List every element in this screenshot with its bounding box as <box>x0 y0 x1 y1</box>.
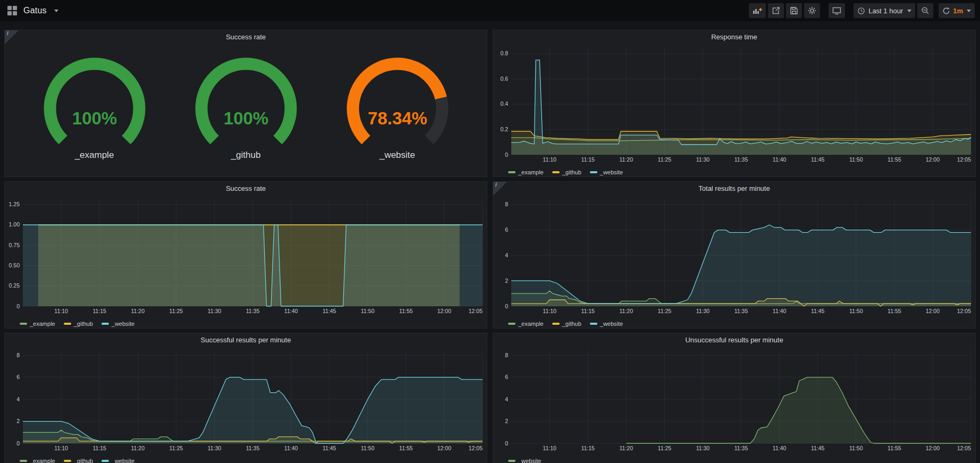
gauge-value: 100% <box>72 108 116 128</box>
gauge-arc: 100% <box>182 57 310 148</box>
share-button[interactable] <box>768 3 784 18</box>
x-axis-tick: 11:20 <box>620 445 633 451</box>
x-axis-tick: 12:00 <box>926 445 940 451</box>
panel-title[interactable]: Unsuccessful results per minute <box>493 333 975 347</box>
gauge-arc: 78.34% <box>334 57 461 148</box>
time-range-picker[interactable]: Last 1 hour <box>854 3 915 18</box>
legend-item-_github[interactable]: _github <box>552 169 581 175</box>
panel-response-time: Response time 00.20.40.60.811:1011:1511:… <box>493 30 976 177</box>
legend-label: _website <box>600 321 623 327</box>
x-axis-tick: 11:35 <box>734 308 748 314</box>
legend-item-_example[interactable]: _example <box>20 458 55 463</box>
x-axis-tick: 11:10 <box>543 156 556 163</box>
legend-item-_github[interactable]: _github <box>64 321 93 327</box>
legend-item-_example[interactable]: _example <box>20 321 55 327</box>
legend: _example_github_website <box>5 454 487 463</box>
x-axis-tick: 11:40 <box>773 156 787 163</box>
x-axis-tick: 11:20 <box>131 308 145 314</box>
x-axis-tick: 11:20 <box>620 156 633 163</box>
settings-button[interactable] <box>804 3 820 18</box>
y-axis-tick: 2 <box>505 418 508 424</box>
x-axis-tick: 11:50 <box>849 156 863 163</box>
x-axis-tick: 11:15 <box>92 308 106 314</box>
y-axis-tick: 0.75 <box>9 242 20 248</box>
legend-color-chip <box>552 171 560 173</box>
tv-mode-button[interactable] <box>829 3 845 18</box>
chart-successful-results[interactable]: 0246811:1011:1511:2011:2511:3011:3511:40… <box>5 347 487 454</box>
chart-unsuccessful-results[interactable]: 0246811:1011:1511:2011:2511:3011:3511:40… <box>493 347 975 454</box>
gauge-value: 100% <box>223 108 268 128</box>
x-axis-tick: 11:15 <box>581 156 595 163</box>
legend-item-_example[interactable]: _example <box>508 321 544 327</box>
x-axis-tick: 12:00 <box>926 156 940 163</box>
panel-title[interactable]: Success rate <box>5 182 487 196</box>
zoom-out-button[interactable] <box>917 3 933 18</box>
panel-title[interactable]: Total results per minute <box>493 182 975 196</box>
panel-title[interactable]: Successful results per minute <box>5 333 487 347</box>
x-axis-tick: 11:30 <box>208 445 222 451</box>
chart-total-results[interactable]: 0246811:1011:1511:2011:2511:3011:3511:40… <box>493 196 975 317</box>
grafana-menu-icon[interactable] <box>7 6 17 15</box>
add-panel-button[interactable] <box>749 3 766 18</box>
legend-item-_example[interactable]: _example <box>508 169 544 175</box>
legend: _example_github_website <box>5 317 487 330</box>
gauge-arc: 100% <box>31 57 158 148</box>
navbar: Gatus <box>0 0 980 21</box>
dashboard-title[interactable]: Gatus <box>23 6 47 15</box>
panel-success-rate-gauges: i Success rate 100%_example100%_github78… <box>4 30 487 177</box>
refresh-icon <box>942 7 950 15</box>
refresh-caret <box>967 10 971 12</box>
panel-info-icon[interactable]: i <box>5 30 19 44</box>
legend-item-_website[interactable]: _website <box>102 458 134 463</box>
legend-item-_github[interactable]: _github <box>64 458 93 463</box>
y-axis-tick: 8 <box>505 352 508 358</box>
legend-label: _website <box>112 458 134 463</box>
x-axis-tick: 11:25 <box>170 308 183 314</box>
chart-success-rate[interactable]: 00.250.500.751.001.2511:1011:1511:2011:2… <box>5 196 487 317</box>
time-range-label: Last 1 hour <box>868 7 903 15</box>
x-axis-tick: 11:25 <box>170 445 183 451</box>
x-axis-tick: 11:15 <box>581 445 595 451</box>
y-axis-tick: 8 <box>505 201 508 207</box>
legend-item-_website[interactable]: _website <box>590 169 623 175</box>
x-axis-tick: 11:25 <box>658 156 672 163</box>
legend-color-chip <box>552 323 560 325</box>
legend-item-_website[interactable]: _website <box>590 321 623 327</box>
x-axis-tick: 12:05 <box>957 445 971 451</box>
x-axis-tick: 12:05 <box>469 308 483 314</box>
x-axis-tick: 11:35 <box>246 445 260 451</box>
x-axis-tick: 11:45 <box>811 156 825 163</box>
legend-color-chip <box>102 323 109 325</box>
x-axis-tick: 11:45 <box>323 308 336 314</box>
save-icon <box>790 6 798 15</box>
panel-info-icon[interactable]: i <box>493 182 507 196</box>
panel-title[interactable]: Response time <box>493 30 975 44</box>
legend-item-_website[interactable]: _website <box>102 321 134 327</box>
legend-color-chip <box>590 171 597 173</box>
legend-color-chip <box>64 323 71 325</box>
x-axis-tick: 11:15 <box>92 445 106 451</box>
y-axis-tick: 0 <box>505 151 508 158</box>
gauge-_website[interactable]: 78.34%_website <box>334 57 461 161</box>
legend-item-_website[interactable]: _website <box>508 458 541 463</box>
legend-label: _github <box>74 321 93 327</box>
save-button[interactable] <box>786 3 802 18</box>
legend-item-_github[interactable]: _github <box>552 321 581 327</box>
chart-response-time[interactable]: 00.20.40.60.811:1011:1511:2011:2511:3011… <box>493 44 975 166</box>
refresh-picker[interactable]: 1m <box>939 3 975 18</box>
gauge-_example[interactable]: 100%_example <box>31 57 158 161</box>
x-axis-tick: 11:55 <box>399 445 413 451</box>
x-axis-tick: 11:15 <box>581 308 595 314</box>
x-axis-tick: 12:00 <box>437 445 451 451</box>
y-axis-tick: 6 <box>505 226 508 233</box>
x-axis-tick: 11:30 <box>696 308 710 314</box>
legend-color-chip <box>20 323 27 325</box>
legend-label: _example <box>518 169 544 175</box>
y-axis-tick: 6 <box>16 374 20 380</box>
panel-title[interactable]: Success rate <box>5 30 487 44</box>
x-axis-tick: 11:50 <box>849 308 863 314</box>
dashboard-dropdown-caret[interactable] <box>54 10 58 12</box>
legend-color-chip <box>508 323 516 325</box>
gauge-label: _example <box>75 150 114 161</box>
gauge-_github[interactable]: 100%_github <box>182 57 310 161</box>
